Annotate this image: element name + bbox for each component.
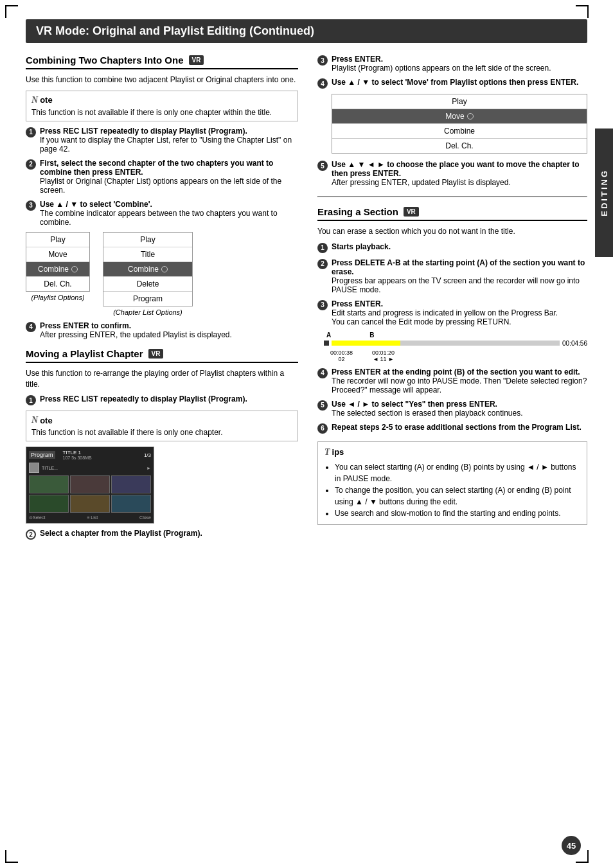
playlist-icon <box>29 463 39 473</box>
combine-step1-sub: If you want to display the Chapter List,… <box>40 136 298 154</box>
combine-menu-row: Play Move Combine Del. Ch. (Playlist Opt… <box>26 232 298 316</box>
combine-menu-left-item-combine: Combine <box>26 262 89 277</box>
combine-step3-text: Use ▲ / ▼ to select 'Combine'. <box>40 200 152 209</box>
time-marker-start: 00:00:38 02 <box>330 350 353 362</box>
erase-step-1: 1 Starts playback. <box>317 242 587 253</box>
erase-step-num-6: 6 <box>317 423 328 434</box>
combine-menu-right: Play Title Combine Delete Program <box>103 232 193 306</box>
move-step4-text: Use ▲ / ▼ to select 'Move' from Playlist… <box>332 78 578 87</box>
erase-step-5: 5 Use ◄ / ► to select "Yes" then press E… <box>317 400 587 418</box>
erase-step-num-1: 1 <box>317 243 328 253</box>
move-step3-sub: Playlist (Program) options appears on th… <box>332 64 587 73</box>
vr-badge-erase: VR <box>404 207 419 217</box>
combine-step-num-3: 3 <box>26 200 36 211</box>
erase-step-num-2: 2 <box>317 259 328 269</box>
erase-step-4: 4 Press ENTER at the ending point (B) of… <box>317 368 587 394</box>
section-erase-title: Erasing a Section VR <box>317 206 587 221</box>
combine-note-text: This function is not available if there … <box>31 108 292 117</box>
combine-menu-right-item-delete: Delete <box>103 277 192 292</box>
erase-step-num-5: 5 <box>317 400 328 411</box>
move-note-box: N ote This function is not available if … <box>26 411 298 441</box>
move-menu: Play Move Combine Del. Ch. <box>332 94 587 154</box>
combine-menu-right-item-play: Play <box>103 233 192 247</box>
right-column: 3 Press ENTER. Playlist (Program) option… <box>317 55 587 545</box>
combine-step-1: 1 Press REC LIST repeatedly to display P… <box>26 127 298 154</box>
erase-step2-sub: Progress bar appears on the TV screen an… <box>332 276 587 294</box>
corner-decoration-tr <box>576 5 589 18</box>
tips-item-2: To change the position, you can select s… <box>335 484 580 508</box>
corner-decoration-tl <box>5 5 18 18</box>
left-column: Combining Two Chapters Into One VR Use t… <box>26 55 298 545</box>
combine-menu-left: Play Move Combine Del. Ch. <box>26 232 90 292</box>
page-header: VR Mode: Original and Playlist Editing (… <box>26 19 587 43</box>
playlist-title2: 107 5s 308MB <box>63 456 92 460</box>
erase-intro: You can erase a section which you do not… <box>317 226 587 237</box>
move-menu-combine: Combine <box>332 124 587 139</box>
combine-menu-right-label: (Chapter List Options) <box>103 308 193 316</box>
combine-step1-text: Press REC LIST repeatedly to display Pla… <box>40 127 247 136</box>
combine-step-4: 4 Press ENTER to confirm. After pressing… <box>26 321 298 339</box>
editing-sidebar: EDITING <box>595 128 613 257</box>
section-combine-title: Combining Two Chapters Into One VR <box>26 55 298 69</box>
tips-list: You can select starting (A) or ending (B… <box>324 461 580 519</box>
playlist-thumb-4 <box>29 495 69 513</box>
move-note-title: N ote <box>31 415 292 425</box>
erase-step4-sub: The recorder will now go into PAUSE mode… <box>332 376 587 394</box>
move-step-2: 2 Select a chapter from the Playlist (Pr… <box>26 529 298 540</box>
playlist-thumb-6 <box>111 495 151 513</box>
move-intro: Use this function to re-arrange the play… <box>26 368 298 390</box>
combine-step-num-1: 1 <box>26 127 36 137</box>
combine-step4-sub: After pressing ENTER, the updated Playli… <box>40 330 298 339</box>
combine-step3-sub: The combine indicator appears between th… <box>40 209 298 227</box>
corner-decoration-bl <box>5 850 18 863</box>
playlist-thumb-1 <box>29 475 69 493</box>
playlist-grid <box>29 475 151 513</box>
playlist-close: Close <box>139 515 151 520</box>
vr-badge-combine: VR <box>189 55 204 65</box>
move-menu-wrapper: Play Move Combine Del. Ch. <box>332 94 587 154</box>
combine-step2-text: First, select the second chapter of the … <box>40 159 273 177</box>
move-step-4: 4 Use ▲ / ▼ to select 'Move' from Playli… <box>317 78 587 89</box>
move-menu-delch: Del. Ch. <box>332 139 587 153</box>
erase-step-2: 2 Press DELETE A-B at the starting point… <box>317 258 587 294</box>
move-step-num-5: 5 <box>317 161 328 171</box>
tips-item-3: Use search and slow-motion to find the s… <box>335 508 580 519</box>
erase-step-num-4: 4 <box>317 368 328 378</box>
playlist-title1: TITLE 1 <box>63 450 92 456</box>
move-step-num-1: 1 <box>26 395 36 405</box>
move-step3-text: Press ENTER. <box>332 55 383 64</box>
progress-bar-fill <box>332 341 400 346</box>
move-step-num-4: 4 <box>317 78 328 89</box>
move-menu-play: Play <box>332 94 587 109</box>
combine-menu-right-item-combine: Combine <box>103 262 192 277</box>
erase-step5-text: Use ◄ / ► to select "Yes" then press ENT… <box>332 400 497 409</box>
move-step-5: 5 Use ▲ ▼ ◄ ► to choose the place you wa… <box>317 160 587 187</box>
playlist-program-label: Program <box>29 451 55 459</box>
progress-b-label: B <box>369 332 374 339</box>
combine-step-num-2: 2 <box>26 159 36 170</box>
playlist-image: Program TITLE 1 107 5s 308MB 1/3 TITLE..… <box>26 447 154 524</box>
progress-a-label: A <box>326 332 331 339</box>
combine-menu-left-item-play: Play <box>26 233 89 247</box>
tips-title: T ips <box>324 447 580 457</box>
combine-intro: Use this function to combine two adjacen… <box>26 75 298 85</box>
combine-note-title: N ote <box>31 95 292 105</box>
progress-time-end: 00:04:56 <box>562 340 587 347</box>
erase-step1-text: Starts playback. <box>332 242 391 251</box>
erase-step5-sub: The selected section is erased then play… <box>332 409 587 418</box>
erase-step3-text: Press ENTER. <box>332 299 383 308</box>
playlist-thumb-5 <box>70 495 110 513</box>
move-step5-sub: After pressing ENTER, updated Playlist i… <box>332 178 587 187</box>
progress-bar-bg <box>332 341 560 346</box>
playlist-select: ⊙Select <box>29 515 45 520</box>
erase-step3-sub1: Edit starts and progress is indicated in… <box>332 308 587 317</box>
page-number: 45 <box>562 836 581 855</box>
editing-label: EDITING <box>600 169 609 217</box>
move-step2-text: Select a chapter from the Playlist (Prog… <box>40 529 202 538</box>
playlist-arrow: ► <box>147 466 151 470</box>
combine-menu-right-item-title: Title <box>103 247 192 262</box>
playlist-list: ≡ List <box>87 515 98 520</box>
combine-step2-sub: Playlist or Original (Chapter List) opti… <box>40 177 298 195</box>
page-title: VR Mode: Original and Playlist Editing (… <box>36 24 577 38</box>
move-menu-move: Move <box>332 109 587 124</box>
